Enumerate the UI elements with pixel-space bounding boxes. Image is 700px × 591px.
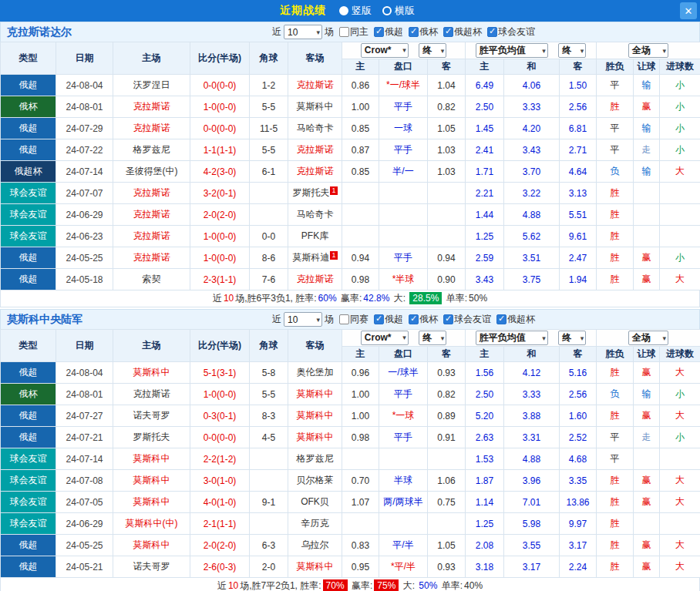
avg-time-select[interactable]: 终▾ xyxy=(558,43,586,58)
avg-draw: 3.88 xyxy=(504,405,560,427)
home-team[interactable]: 莫斯科中 xyxy=(113,448,190,470)
home-team[interactable]: 克拉斯诺 xyxy=(113,384,190,405)
away-odds: 0.75 xyxy=(428,492,466,513)
away-team[interactable]: 辛历克 xyxy=(288,513,342,535)
rank-badge: 1 xyxy=(330,186,337,195)
away-team[interactable]: PFK库 xyxy=(288,226,342,247)
home-team[interactable]: 诺夫哥罗 xyxy=(113,556,190,578)
away-team[interactable]: 格罗兹尼 xyxy=(288,448,342,470)
filter-checkbox-league[interactable]: 俄超 xyxy=(374,313,403,326)
odds-time-select[interactable]: 终▾ xyxy=(419,331,446,345)
odds-time-select[interactable]: 终▾ xyxy=(419,43,446,58)
home-team[interactable]: 克拉斯诺 xyxy=(113,118,190,139)
home-team[interactable]: 克拉斯诺 xyxy=(113,183,190,204)
avg-away: 3.13 xyxy=(560,183,597,204)
avg-draw: 3.51 xyxy=(504,247,560,269)
home-team[interactable]: 沃罗涅日 xyxy=(113,75,190,96)
away-team[interactable]: 莫斯科中 xyxy=(288,405,342,427)
home-team[interactable]: 克拉斯诺 xyxy=(113,204,190,226)
avg-time-select[interactable]: 终▾ xyxy=(558,331,586,345)
home-team[interactable]: 克拉斯诺 xyxy=(113,96,190,118)
filter-checkbox-same-comp[interactable]: 同赛 xyxy=(339,313,369,326)
recent-count-select[interactable]: 10▾ xyxy=(284,25,322,39)
avg-home: 1.71 xyxy=(466,161,504,183)
handicap-line xyxy=(379,204,428,226)
away-team[interactable]: 莫斯科迪1 xyxy=(288,247,342,269)
goals-result: 小 xyxy=(660,247,700,269)
away-team[interactable]: 罗斯托夫1 xyxy=(288,183,342,204)
away-team[interactable]: 莫斯科中 xyxy=(288,384,342,405)
layout-radio-vertical[interactable]: 竖版 xyxy=(339,4,372,18)
score: 2-0(2-0) xyxy=(190,535,250,556)
recent-count-select[interactable]: 10▾ xyxy=(284,312,322,327)
scope-select[interactable]: 全场▾ xyxy=(628,331,668,345)
checkbox-icon xyxy=(339,314,349,324)
home-team[interactable]: 罗斯托夫 xyxy=(113,427,190,448)
home-team[interactable]: 莫斯科中(中) xyxy=(113,513,190,535)
filter-checkbox-friendly[interactable]: 球会友谊 xyxy=(487,25,535,39)
layout-radio-horizontal[interactable]: 横版 xyxy=(382,4,415,18)
away-team[interactable]: 马哈奇卡 xyxy=(288,118,342,139)
win-rate: 60% xyxy=(318,293,337,304)
home-odds: 0.85 xyxy=(342,161,379,183)
league-badge: 俄超 xyxy=(1,405,56,427)
away-odds xyxy=(428,226,466,247)
odds-controls: Crow*▾ 终▾ xyxy=(342,330,466,347)
home-team[interactable]: 莫斯科中 xyxy=(113,470,190,492)
avg-type-select[interactable]: 胜平负均值▾ xyxy=(476,43,548,58)
home-team[interactable]: 圣彼得堡(中) xyxy=(113,161,190,183)
close-button[interactable]: ✕ xyxy=(680,2,697,19)
home-odds: 0.85 xyxy=(342,118,379,139)
filter-checkbox-cup[interactable]: 俄杯 xyxy=(409,313,438,326)
away-team[interactable]: 奥伦堡加 xyxy=(288,362,342,384)
summary-text: 单率: xyxy=(443,293,467,304)
filter-checkbox-friendly[interactable]: 球会友谊 xyxy=(443,313,491,326)
col-header-corner: 角球 xyxy=(250,330,288,362)
away-team[interactable]: 克拉斯诺 xyxy=(288,269,342,290)
away-team[interactable]: 马哈奇卡 xyxy=(288,204,342,226)
home-team[interactable]: 索契 xyxy=(113,269,190,290)
goals-result: 大 xyxy=(660,492,700,513)
handicap-result xyxy=(634,448,660,470)
scope-select[interactable]: 全场▾ xyxy=(628,43,668,58)
away-team[interactable]: 莫斯科中 xyxy=(288,96,342,118)
away-team[interactable]: 克拉斯诺 xyxy=(288,139,342,161)
filter-checkbox-league[interactable]: 俄超 xyxy=(374,25,403,39)
home-team[interactable]: 克拉斯诺 xyxy=(113,247,190,269)
away-odds: 1.06 xyxy=(428,470,466,492)
result: 胜 xyxy=(597,556,634,578)
away-team[interactable]: 贝尔格莱 xyxy=(288,470,342,492)
filter-checkbox-cup[interactable]: 俄杯 xyxy=(409,25,438,39)
odds-company-select[interactable]: Crow*▾ xyxy=(361,331,409,345)
avg-home: 1.25 xyxy=(466,226,504,247)
away-team[interactable]: 莫斯科中 xyxy=(288,556,342,578)
away-team[interactable]: 莫斯科中 xyxy=(288,427,342,448)
col-header-away: 客场 xyxy=(288,330,342,362)
home-team[interactable]: 格罗兹尼 xyxy=(113,139,190,161)
away-team[interactable]: 克拉斯诺 xyxy=(288,161,342,183)
away-team[interactable]: OFK贝 xyxy=(288,492,342,513)
odds-company-select[interactable]: Crow*▾ xyxy=(361,43,409,58)
home-team[interactable]: 诺夫哥罗 xyxy=(113,405,190,427)
filter-checkbox-supercup[interactable]: 俄超杯 xyxy=(496,313,535,326)
col-header-date: 日期 xyxy=(56,330,113,362)
goals-result: 大 xyxy=(660,470,700,492)
away-odds xyxy=(428,513,466,535)
avg-away: 2.56 xyxy=(560,384,597,405)
avg-draw: 5.62 xyxy=(504,226,560,247)
radio-selected-icon xyxy=(339,6,348,15)
avg-away: 13.86 xyxy=(560,492,597,513)
away-odds xyxy=(428,204,466,226)
home-team[interactable]: 克拉斯诺 xyxy=(113,226,190,247)
filter-checkbox-supercup[interactable]: 俄超杯 xyxy=(443,25,482,39)
games-label: 场 xyxy=(325,313,334,326)
away-team[interactable]: 克拉斯诺 xyxy=(288,75,342,96)
avg-type-select[interactable]: 胜平负均值▾ xyxy=(476,331,548,345)
home-team[interactable]: 莫斯科中 xyxy=(113,492,190,513)
away-team[interactable]: 乌拉尔 xyxy=(288,535,342,556)
home-team[interactable]: 莫斯科中 xyxy=(113,362,190,384)
filter-checkbox-same-home[interactable]: 同主 xyxy=(339,25,369,39)
result: 平 xyxy=(597,139,634,161)
home-team[interactable]: 莫斯科中 xyxy=(113,535,190,556)
match-date: 24-07-21 xyxy=(56,427,113,448)
